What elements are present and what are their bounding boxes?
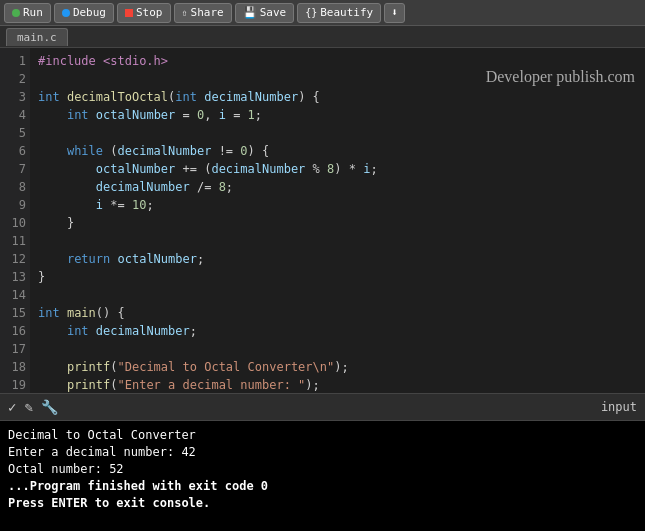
download-button[interactable]: ⬇ <box>384 3 405 23</box>
debug-label: Debug <box>73 6 106 19</box>
settings-icon[interactable]: 🔧 <box>41 399 58 415</box>
run-button[interactable]: Run <box>4 3 51 23</box>
save-button[interactable]: 💾 Save <box>235 3 295 23</box>
share-button[interactable]: ⇧ Share <box>174 3 232 23</box>
run-icon <box>12 9 20 17</box>
save-label: Save <box>260 6 287 19</box>
code-line: while (decimalNumber != 0) { <box>38 142 637 160</box>
tab-bar: main.c <box>0 26 645 48</box>
code-line <box>38 286 637 304</box>
debug-button[interactable]: Debug <box>54 3 114 23</box>
code-line <box>38 124 637 142</box>
code-line: octalNumber += (decimalNumber % 8) * i; <box>38 160 637 178</box>
input-label: input <box>601 400 637 414</box>
code-line: decimalNumber /= 8; <box>38 178 637 196</box>
code-line: } <box>38 268 637 286</box>
code-line: printf("Enter a decimal number: "); <box>38 376 637 393</box>
console-line: Octal number: 52 <box>8 461 637 478</box>
tab-label: main.c <box>17 31 57 44</box>
beautify-button[interactable]: {} Beautify <box>297 3 381 23</box>
code-line: #include <stdio.h> <box>38 52 637 70</box>
console-output: Decimal to Octal ConverterEnter a decima… <box>0 421 645 531</box>
console-line: Press ENTER to exit console. <box>8 495 637 512</box>
share-icon: ⇧ <box>182 7 188 18</box>
code-line: int main() { <box>38 304 637 322</box>
download-icon: ⬇ <box>391 6 398 19</box>
console-line: Decimal to Octal Converter <box>8 427 637 444</box>
check-icon[interactable]: ✓ <box>8 399 16 415</box>
code-line <box>38 70 637 88</box>
code-content[interactable]: #include <stdio.h>int decimalToOctal(int… <box>30 48 645 393</box>
toolbar: Run Debug Stop ⇧ Share 💾 Save {} Beautif… <box>0 0 645 26</box>
code-line: int octalNumber = 0, i = 1; <box>38 106 637 124</box>
console-line: ...Program finished with exit code 0 <box>8 478 637 495</box>
console-line: Enter a decimal number: 42 <box>8 444 637 461</box>
run-label: Run <box>23 6 43 19</box>
stop-icon <box>125 9 133 17</box>
code-line <box>38 232 637 250</box>
editor-bottom-toolbar: ✓ ✎ 🔧 input <box>0 393 645 421</box>
beautify-label: Beautify <box>320 6 373 19</box>
share-label: Share <box>191 6 224 19</box>
code-line: return octalNumber; <box>38 250 637 268</box>
tab-main-c[interactable]: main.c <box>6 28 68 46</box>
edit-icon[interactable]: ✎ <box>24 399 32 415</box>
code-line: i *= 10; <box>38 196 637 214</box>
code-line: int decimalToOctal(int decimalNumber) { <box>38 88 637 106</box>
code-line <box>38 340 637 358</box>
beautify-icon: {} <box>305 7 317 18</box>
code-line: printf("Decimal to Octal Converter\n"); <box>38 358 637 376</box>
save-icon: 💾 <box>243 6 257 19</box>
code-line: int decimalNumber; <box>38 322 637 340</box>
stop-label: Stop <box>136 6 163 19</box>
code-line: } <box>38 214 637 232</box>
line-numbers: 123456789101112131415161718192021 <box>0 48 30 393</box>
code-editor: 123456789101112131415161718192021 #inclu… <box>0 48 645 393</box>
debug-icon <box>62 9 70 17</box>
stop-button[interactable]: Stop <box>117 3 171 23</box>
